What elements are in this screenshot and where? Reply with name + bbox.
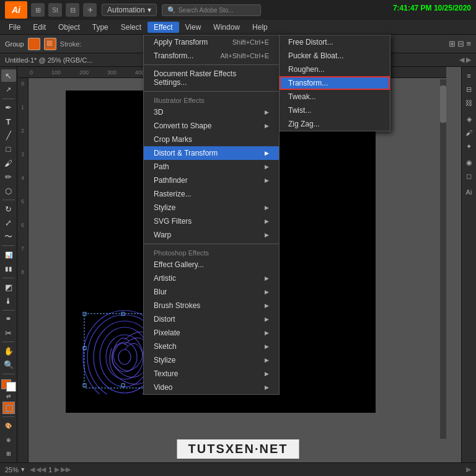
menu-brush-strokes[interactable]: Brush Strokes <box>144 299 279 312</box>
menu-sketch[interactable]: Sketch <box>144 340 279 353</box>
artboard-swatches[interactable]: 🎨 <box>1 420 16 432</box>
slice-tool[interactable]: ✂ <box>1 327 16 339</box>
send-icon[interactable]: ✈ <box>83 3 97 17</box>
scale-tool[interactable]: ⤢ <box>1 217 16 229</box>
nav-last[interactable]: ▶▶ <box>61 465 71 474</box>
layout-icon[interactable]: ⊟ <box>66 3 79 17</box>
menu-select[interactable]: Select <box>115 22 148 33</box>
pencil-tool[interactable]: ✏ <box>1 171 16 183</box>
eyedropper-tool[interactable]: 🌡 <box>1 294 16 307</box>
menu-icon[interactable]: ≡ <box>466 39 471 48</box>
menu-pixelate[interactable]: Pixelate <box>144 326 279 340</box>
graph-tool[interactable]: 📊 <box>1 249 16 261</box>
paintbrush-tool[interactable]: 🖌 <box>1 157 16 169</box>
menu-pathfinder[interactable]: Pathfinder <box>144 174 279 187</box>
nav-next[interactable]: ▶ <box>55 465 60 474</box>
menu-blur[interactable]: Blur <box>144 285 279 299</box>
warp-tool[interactable]: 〜 <box>1 231 16 243</box>
line-tool[interactable]: ╱ <box>1 129 16 141</box>
separator <box>2 310 15 311</box>
stroke-swatch[interactable] <box>44 38 56 50</box>
menu-effect-gallery[interactable]: Effect Gallery... <box>144 258 279 271</box>
color-swatches[interactable] <box>1 379 16 392</box>
nav-first[interactable]: ◀◀ <box>36 465 46 474</box>
hand-tool[interactable]: ✋ <box>1 345 16 357</box>
color-mode-btn[interactable] <box>2 402 15 414</box>
grid-view-icon[interactable]: ⊞ <box>449 39 456 48</box>
layers-btn[interactable]: ≡ <box>463 69 475 82</box>
distort-transform-submenu: Free Distort... Pucker & Bloat... Roughe… <box>279 35 390 131</box>
pen-tool[interactable]: ✒ <box>1 102 16 114</box>
puppet-warp[interactable]: ⊞ <box>1 447 16 460</box>
submenu-free-distort[interactable]: Free Distort... <box>280 35 390 49</box>
menu-file[interactable]: File <box>2 22 27 33</box>
menu-object[interactable]: Object <box>52 22 86 33</box>
menu-apply-transform[interactable]: Apply Transform Shift+Ctrl+E <box>144 35 279 49</box>
type-tool[interactable]: T <box>1 115 16 128</box>
scrollbar-vertical[interactable] <box>440 79 446 439</box>
gradient-tool[interactable]: ◩ <box>1 281 16 293</box>
zoom-tool[interactable]: 🔍 <box>1 358 16 371</box>
select-tool[interactable]: ↖ <box>1 69 16 82</box>
menu-convert-shape[interactable]: Convert to Shape <box>144 119 279 133</box>
nav-prev[interactable]: ◀ <box>30 465 35 474</box>
ai-logo: Ai <box>5 1 27 19</box>
submenu-zig-zag[interactable]: Zig Zag... <box>280 117 390 131</box>
menu-distort-transform[interactable]: Distort & Transform <box>144 146 279 160</box>
submenu-twist[interactable]: Twist... <box>280 104 390 117</box>
search-bar[interactable]: 🔍 Search Adobe Sto... <box>162 4 261 16</box>
blend-tool[interactable]: ⚭ <box>1 312 16 325</box>
column-chart[interactable]: ▮▮ <box>1 263 16 275</box>
fill-swatch[interactable] <box>28 38 40 50</box>
submenu-pucker-bloat[interactable]: Pucker & Bloat... <box>280 49 390 63</box>
menu-rasterize[interactable]: Rasterize... <box>144 187 279 201</box>
menu-transform[interactable]: Transform... Alt+Shift+Ctrl+E <box>144 49 279 63</box>
menu-type[interactable]: Type <box>86 22 115 33</box>
menu-svg-filters[interactable]: SVG Filters <box>144 214 279 228</box>
tweak-label: Tweak... <box>288 92 316 101</box>
zoom-dropdown-icon[interactable]: ▾ <box>21 465 25 474</box>
menu-artistic[interactable]: Artistic <box>144 271 279 285</box>
content-aware[interactable]: ⊕ <box>1 433 16 446</box>
menu-raster-settings[interactable]: Document Raster Effects Settings... <box>144 67 279 89</box>
links-btn[interactable]: ⛓ <box>463 97 475 109</box>
menu-texture[interactable]: Texture <box>144 367 279 381</box>
menu-path[interactable]: Path <box>144 160 279 174</box>
menu-effect[interactable]: Effect <box>148 22 178 33</box>
menu-stylize2[interactable]: Stylize <box>144 353 279 367</box>
appearance-btn[interactable]: ◻ <box>463 170 475 182</box>
menu-view[interactable]: View <box>179 22 208 33</box>
submenu-roughen[interactable]: Roughen... <box>280 63 390 76</box>
menu-help[interactable]: Help <box>246 22 274 33</box>
menu-video[interactable]: Video <box>144 381 279 394</box>
shape-tool[interactable]: □ <box>1 143 16 156</box>
swap-colors-icon[interactable]: ⇄ <box>6 393 11 399</box>
raster-label: Document Raster Effects Settings... <box>154 69 269 87</box>
shaper-tool[interactable]: ⬡ <box>1 185 16 197</box>
menu-distort[interactable]: Distort <box>144 312 279 326</box>
menu-warp[interactable]: Warp <box>144 228 279 242</box>
graphic-styles-btn[interactable]: ◉ <box>463 156 475 169</box>
brushes-btn[interactable]: 🖌 <box>463 126 475 139</box>
grid-icon[interactable]: ⊞ <box>31 3 45 17</box>
separator <box>2 245 15 246</box>
scrollbar-thumb[interactable] <box>440 86 446 123</box>
menu-window[interactable]: Window <box>207 22 246 33</box>
align-btn[interactable]: Ai <box>463 186 475 198</box>
warp-label: Warp <box>154 231 171 239</box>
swatches-btn[interactable]: ◈ <box>463 113 475 125</box>
rotate-tool[interactable]: ↻ <box>1 203 16 215</box>
menu-3d[interactable]: 3D <box>144 105 279 119</box>
st-icon[interactable]: St <box>48 3 62 17</box>
scroll-right-icon[interactable]: ▶ <box>466 465 471 474</box>
menu-crop-marks[interactable]: Crop Marks <box>144 133 279 146</box>
automation-button[interactable]: Automation ▾ <box>102 4 157 16</box>
submenu-tweak[interactable]: Tweak... <box>280 90 390 104</box>
submenu-transform[interactable]: Transform... <box>280 76 390 90</box>
panel-icon[interactable]: ⊟ <box>457 39 464 48</box>
symbols-btn[interactable]: ✦ <box>463 140 475 152</box>
menu-stylize[interactable]: Stylize <box>144 201 279 214</box>
properties-btn[interactable]: ⊟ <box>463 83 475 95</box>
menu-edit[interactable]: Edit <box>27 22 52 33</box>
direct-select-tool[interactable]: ↗ <box>1 83 16 95</box>
